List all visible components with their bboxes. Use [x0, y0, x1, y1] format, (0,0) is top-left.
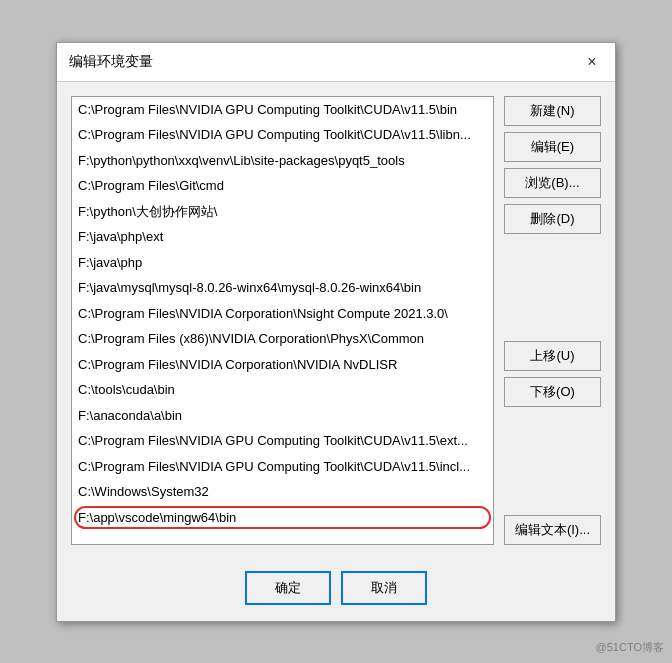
path-list-item[interactable]: C:\Program Files\NVIDIA Corporation\Nsig… [72, 301, 493, 327]
circle-highlight [74, 506, 491, 530]
action-buttons-panel: 新建(N) 编辑(E) 浏览(B)... 删除(D) 上移(U) 下移(O) 编… [504, 96, 601, 545]
close-button[interactable]: × [581, 51, 603, 73]
dialog-body: C:\Program Files\NVIDIA GPU Computing To… [57, 82, 615, 559]
path-list-item[interactable]: C:\Program Files\Git\cmd [72, 173, 493, 199]
path-list-item[interactable]: C:\Program Files\NVIDIA GPU Computing To… [72, 454, 493, 480]
path-list-item[interactable]: F:\java\php\ext [72, 224, 493, 250]
path-list-item[interactable]: F:\python\python\xxq\venv\Lib\site-packa… [72, 148, 493, 174]
path-list-area: C:\Program Files\NVIDIA GPU Computing To… [71, 96, 494, 545]
edit-text-button[interactable]: 编辑文本(I)... [504, 515, 601, 545]
path-list-item[interactable]: C:\Program Files\NVIDIA GPU Computing To… [72, 428, 493, 454]
ok-button[interactable]: 确定 [245, 571, 331, 605]
path-list-item[interactable]: F:\java\php [72, 250, 493, 276]
path-list-item[interactable]: F:\python\大创协作网站\ [72, 199, 493, 225]
path-list-item[interactable]: C:\Program Files\NVIDIA Corporation\NVID… [72, 352, 493, 378]
browse-button[interactable]: 浏览(B)... [504, 168, 601, 198]
path-list-item[interactable]: C:\tools\cuda\bin [72, 377, 493, 403]
edit-button[interactable]: 编辑(E) [504, 132, 601, 162]
path-list-item[interactable]: F:\java\mysql\mysql-8.0.26-winx64\mysql-… [72, 275, 493, 301]
cancel-button[interactable]: 取消 [341, 571, 427, 605]
move-down-button[interactable]: 下移(O) [504, 377, 601, 407]
path-list-item[interactable]: F:\anaconda\a\bin [72, 403, 493, 429]
dialog-title: 编辑环境变量 [69, 53, 153, 71]
move-up-button[interactable]: 上移(U) [504, 341, 601, 371]
watermark: @51CTO博客 [596, 640, 664, 655]
delete-button[interactable]: 删除(D) [504, 204, 601, 234]
dialog-footer: 确定 取消 [57, 559, 615, 621]
path-list-container[interactable]: C:\Program Files\NVIDIA GPU Computing To… [71, 96, 494, 545]
edit-env-dialog: 编辑环境变量 × C:\Program Files\NVIDIA GPU Com… [56, 42, 616, 622]
path-list-item[interactable]: C:\Windows\System32 [72, 479, 493, 505]
path-list-item[interactable]: C:\Program Files\NVIDIA GPU Computing To… [72, 97, 493, 123]
path-list-item[interactable]: F:\app\vscode\mingw64\bin [72, 505, 493, 531]
path-list-item[interactable]: C:\Program Files (x86)\NVIDIA Corporatio… [72, 326, 493, 352]
title-bar: 编辑环境变量 × [57, 43, 615, 82]
new-button[interactable]: 新建(N) [504, 96, 601, 126]
path-list-item[interactable]: C:\Program Files\NVIDIA GPU Computing To… [72, 122, 493, 148]
